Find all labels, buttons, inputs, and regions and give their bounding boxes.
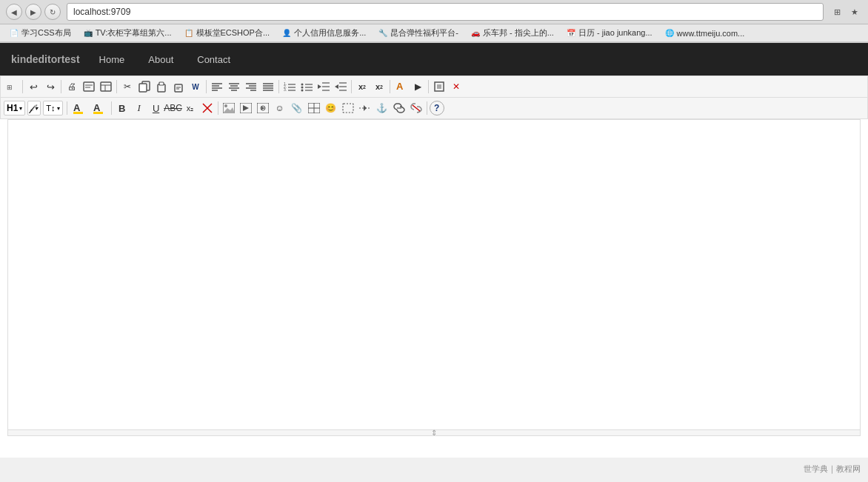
hilitecolor-pick-button[interactable]: ▶ <box>410 78 426 95</box>
paste-button[interactable] <box>153 78 170 95</box>
attachment-button[interactable]: 📎 <box>289 100 305 116</box>
toolbar-row-2: H1 ▾ 𝒻 ▾ T↕ ▾ A A <box>1 98 867 119</box>
resize-handle[interactable]: ⇕ <box>7 430 861 436</box>
svg-point-36 <box>301 84 304 86</box>
preview-button[interactable] <box>81 78 97 95</box>
new-tab-icon: ⊞ <box>834 7 841 17</box>
aligncenter-button[interactable] <box>226 78 242 95</box>
alignleft-button[interactable] <box>209 78 225 95</box>
toolbar-row-1: ⊞ ↩ ↪ 🖨 ✂ <box>1 76 867 98</box>
subscript-button[interactable]: x2 <box>371 78 387 95</box>
svg-rect-52 <box>437 84 441 89</box>
separator-r2-4 <box>427 101 427 115</box>
print-button[interactable]: 🖨 <box>64 78 80 95</box>
justify-button[interactable] <box>260 78 276 95</box>
bookmark-benefits[interactable]: 🔧 昆合弹性福利平台- <box>373 26 463 40</box>
emoticon-button[interactable]: ☺ <box>272 100 288 116</box>
svg-point-60 <box>224 104 227 107</box>
outdent-button[interactable] <box>333 78 349 95</box>
unlink-button[interactable] <box>408 100 424 116</box>
alignright-button[interactable] <box>243 78 259 95</box>
media-button[interactable] <box>255 100 271 116</box>
sub-button[interactable]: x₂ <box>182 100 198 116</box>
svg-rect-56 <box>93 112 103 114</box>
bookmark-meiju[interactable]: 🌐 www.ttmeiju.com... <box>660 27 750 40</box>
flash-button[interactable] <box>238 100 254 116</box>
ke-editor[interactable] <box>7 119 861 430</box>
kindeditor-toolbar: ⊞ ↩ ↪ 🖨 ✂ <box>0 76 868 119</box>
svg-rect-8 <box>139 84 147 92</box>
pasteplain-button[interactable] <box>170 78 187 95</box>
pasteword-button[interactable]: W <box>187 78 204 95</box>
placeholder-button[interactable] <box>340 100 356 116</box>
removeformat-button[interactable]: ✕ <box>448 78 464 95</box>
bookmark-credit-icon: 👤 <box>281 28 292 39</box>
link-button[interactable] <box>391 100 407 116</box>
page-content: kindeditortest Home About Contact ⊞ ↩ ↪ … <box>0 43 868 458</box>
bookmark-car[interactable]: 🚗 乐车邦 - 指尖上的... <box>466 26 558 40</box>
bookmark-button[interactable]: ★ <box>847 4 862 19</box>
nav-about[interactable]: About <box>144 51 178 68</box>
italic-button[interactable]: I <box>131 100 147 116</box>
hilitecolor-button[interactable]: A <box>90 100 109 116</box>
image-button[interactable] <box>221 100 237 116</box>
redo-button[interactable]: ↪ <box>42 78 59 95</box>
copy-button[interactable] <box>136 78 153 95</box>
bookmark-benefits-label: 昆合弹性福利平台- <box>390 27 458 39</box>
cut-button[interactable]: ✂ <box>119 78 136 95</box>
heading-dropdown[interactable]: H1 ▾ <box>4 101 25 116</box>
bookmark-calendar-label: 日历 - jiao junkang... <box>578 27 652 39</box>
bookmark-css-label: 学习CSS布局 <box>21 27 71 39</box>
fontsize-dropdown[interactable]: T↕ ▾ <box>43 101 62 116</box>
clearformat2-button[interactable] <box>199 100 216 116</box>
selectall-button[interactable] <box>431 78 447 95</box>
bold-button[interactable]: B <box>114 100 130 116</box>
svg-rect-54 <box>73 112 83 114</box>
navbar: kindeditortest Home About Contact <box>0 43 868 76</box>
separator-8 <box>428 80 429 93</box>
separator-4 <box>206 80 207 93</box>
nav-contact[interactable]: Contact <box>193 51 235 68</box>
underline-button[interactable]: U <box>148 100 164 116</box>
unorderedlist-button[interactable] <box>298 78 315 95</box>
new-tab-button[interactable]: ⊞ <box>829 4 844 19</box>
undo-button[interactable]: ↩ <box>25 78 41 95</box>
nav-icons: ◀ ▶ ↻ <box>6 4 61 20</box>
svg-text:A: A <box>396 81 404 92</box>
reload-button[interactable]: ↻ <box>44 4 61 20</box>
nav-home[interactable]: Home <box>95 51 130 68</box>
address-bar[interactable]: localhost:9709 <box>67 3 824 21</box>
bookmark-credit-label: 个人信用信息服务... <box>294 27 366 39</box>
address-text: localhost:9709 <box>73 7 130 17</box>
pagebreak-button[interactable] <box>357 100 373 116</box>
help-button[interactable]: ? <box>430 101 444 116</box>
orderedlist-button[interactable]: 1. 2. 3. <box>281 78 298 95</box>
bookmark-css[interactable]: 📄 学习CSS布局 <box>4 26 76 40</box>
source-button[interactable]: ⊞ <box>4 78 20 95</box>
svg-line-74 <box>413 105 420 111</box>
bookmark-ecshop-label: 模板堂ECSHOP合... <box>196 27 270 39</box>
strikethrough-button[interactable]: ABC <box>165 100 181 116</box>
bookmark-calendar[interactable]: 📅 日历 - jiao junkang... <box>561 26 657 40</box>
bookmark-tv[interactable]: 📺 TV:衣柜字幕组第六... <box>79 26 176 40</box>
bookmark-credit[interactable]: 👤 个人信用信息服务... <box>277 26 370 40</box>
fontname-dropdown[interactable]: 𝒻 ▾ <box>27 101 41 116</box>
forward-button[interactable]: ▶ <box>25 4 41 20</box>
superscript-button[interactable]: x2 <box>354 78 370 95</box>
svg-point-40 <box>301 90 304 92</box>
indent-button[interactable] <box>316 78 332 95</box>
svg-marker-63 <box>243 105 249 111</box>
forecolor-button[interactable]: A <box>70 100 89 116</box>
bookmark-benefits-icon: 🔧 <box>378 28 388 39</box>
svg-text:3.: 3. <box>284 87 287 92</box>
back-button[interactable]: ◀ <box>6 4 22 20</box>
browser-actions: ⊞ ★ <box>829 4 862 19</box>
forecolor-pick-button[interactable]: A <box>393 78 409 95</box>
table-button[interactable] <box>306 100 322 116</box>
anchor-button[interactable]: ⚓ <box>374 100 390 116</box>
editor-wrapper: ⇕ <box>0 119 868 443</box>
smiley-button[interactable]: 😊 <box>323 100 339 116</box>
bookmark-tv-label: TV:衣柜字幕组第六... <box>96 27 172 39</box>
bookmark-ecshop[interactable]: 📋 模板堂ECSHOP合... <box>179 26 275 40</box>
template-button[interactable] <box>98 78 114 95</box>
